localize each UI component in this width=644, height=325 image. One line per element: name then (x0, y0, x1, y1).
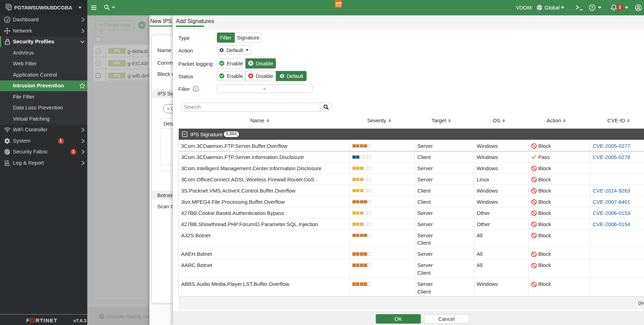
svg-text:RTINET: RTINET (36, 317, 58, 323)
svg-text:F: F (26, 317, 29, 323)
svg-text:?: ? (591, 6, 593, 10)
